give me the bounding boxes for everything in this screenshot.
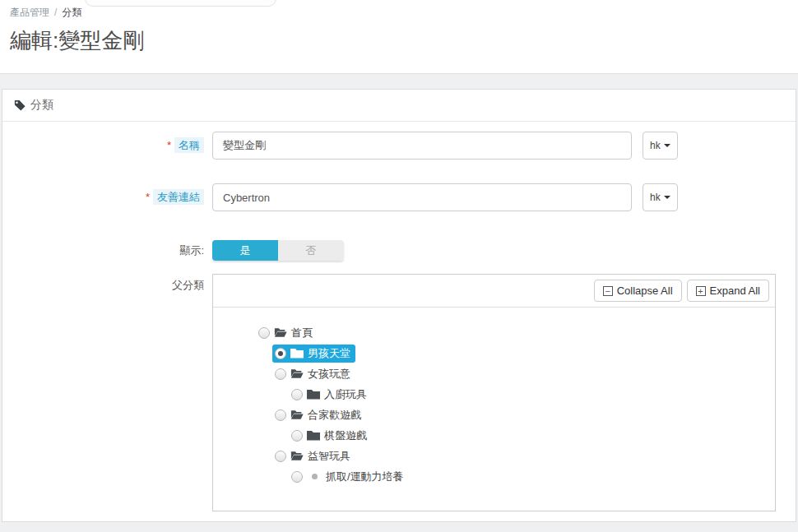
parent-category-row: 父分類 − Collapse All + Expand All xyxy=(2,274,796,511)
tree-radio[interactable] xyxy=(275,368,286,380)
tree-radio[interactable] xyxy=(291,430,303,442)
tree-item-label: 益智玩具 xyxy=(308,449,350,464)
required-mark: * xyxy=(146,191,150,203)
collapse-all-button[interactable]: − Collapse All xyxy=(594,280,682,302)
breadcrumb-separator: / xyxy=(54,7,57,18)
folder-closed-icon xyxy=(307,430,320,441)
page-title: 編輯:變型金剛 xyxy=(10,28,788,53)
caret-down-icon xyxy=(664,144,670,147)
expand-all-button[interactable]: + Expand All xyxy=(687,280,769,302)
category-panel: 分類 *名稱 hk *友善連結 hk xyxy=(2,89,796,522)
tree-item[interactable]: 益智玩具 xyxy=(272,446,775,466)
name-language-button[interactable]: hk xyxy=(643,132,678,160)
category-tree: 首頁 男孩天堂 女孩玩意 入廚玩具 合家歡遊戲 棋盤遊戲 xyxy=(213,308,775,487)
seo-url-language-code: hk xyxy=(650,192,661,203)
tree-item-label: 抓取/運動力培養 xyxy=(326,470,404,484)
seo-url-row: *友善連結 hk xyxy=(2,183,796,211)
required-mark: * xyxy=(167,139,171,151)
caret-down-icon xyxy=(664,196,670,199)
tree-item-label: 合家歡遊戲 xyxy=(308,408,361,423)
expand-all-label: Expand All xyxy=(710,285,760,297)
tree-item[interactable]: 抓取/運動力培養 xyxy=(289,466,775,487)
seo-url-language-button[interactable]: hk xyxy=(643,183,678,211)
display-yes-button[interactable]: 是 xyxy=(212,240,278,261)
display-label: 顯示: xyxy=(2,243,204,259)
name-input[interactable] xyxy=(212,132,632,160)
category-form: *名稱 hk *友善連結 hk xyxy=(2,122,796,511)
seo-url-input[interactable] xyxy=(212,183,632,211)
display-no-button[interactable]: 否 xyxy=(278,240,344,261)
page-header: 產品管理/分類 編輯:變型金剛 xyxy=(0,0,798,74)
tag-icon xyxy=(14,99,26,111)
tree-toolbar: − Collapse All + Expand All xyxy=(213,275,775,308)
seo-url-label: 友善連結 xyxy=(153,189,204,205)
tree-item[interactable]: 女孩玩意 xyxy=(272,363,775,384)
folder-closed-icon xyxy=(290,348,304,359)
tree-radio[interactable] xyxy=(275,451,286,462)
name-language-code: hk xyxy=(650,140,661,151)
breadcrumb-link-products[interactable]: 產品管理 xyxy=(10,7,49,18)
panel-header: 分類 xyxy=(2,90,796,122)
breadcrumb-current: 分類 xyxy=(62,7,81,18)
tree-item[interactable]: 首頁 xyxy=(256,322,775,343)
tree-item[interactable]: 入廚玩具 xyxy=(289,384,775,405)
folder-closed-icon xyxy=(307,389,320,400)
collapse-icon: − xyxy=(603,286,613,296)
tree-item-label: 男孩天堂 xyxy=(308,346,350,361)
folder-open-icon xyxy=(290,409,304,420)
name-row: *名稱 hk xyxy=(2,132,796,160)
expand-icon: + xyxy=(696,286,706,296)
folder-open-icon xyxy=(274,327,287,338)
tree-radio[interactable] xyxy=(258,327,270,339)
folder-open-icon xyxy=(290,451,304,461)
folder-open-icon xyxy=(290,368,304,379)
seo-url-label-wrap: *友善連結 xyxy=(2,189,204,206)
tree-item-label: 入廚玩具 xyxy=(324,387,367,402)
tree-item[interactable]: 棋盤遊戲 xyxy=(289,425,775,446)
name-label-wrap: *名稱 xyxy=(2,137,204,154)
parent-category-label: 父分類 xyxy=(2,274,204,294)
display-toggle-group: 是 否 xyxy=(212,240,344,261)
tree-item[interactable]: 男孩天堂 xyxy=(272,343,775,363)
tree-item-label: 棋盤遊戲 xyxy=(324,428,367,443)
panel-title: 分類 xyxy=(30,98,53,113)
cutoff-popover-edge xyxy=(85,0,276,7)
name-label: 名稱 xyxy=(174,137,204,153)
tree-item[interactable]: 合家歡遊戲 xyxy=(272,405,775,425)
tree-radio[interactable] xyxy=(291,389,303,400)
tree-item-label: 首頁 xyxy=(291,326,313,340)
tree-radio[interactable] xyxy=(275,409,286,421)
category-tree-box: − Collapse All + Expand All 首頁 男孩天堂 xyxy=(212,274,776,511)
breadcrumb: 產品管理/分類 xyxy=(10,7,788,18)
collapse-all-label: Collapse All xyxy=(617,285,673,297)
tree-radio[interactable] xyxy=(291,471,303,483)
leaf-dot-icon xyxy=(307,474,322,479)
display-row: 顯示: 是 否 xyxy=(2,240,796,261)
tree-item-label: 女孩玩意 xyxy=(308,367,350,382)
tree-radio[interactable] xyxy=(275,348,286,359)
